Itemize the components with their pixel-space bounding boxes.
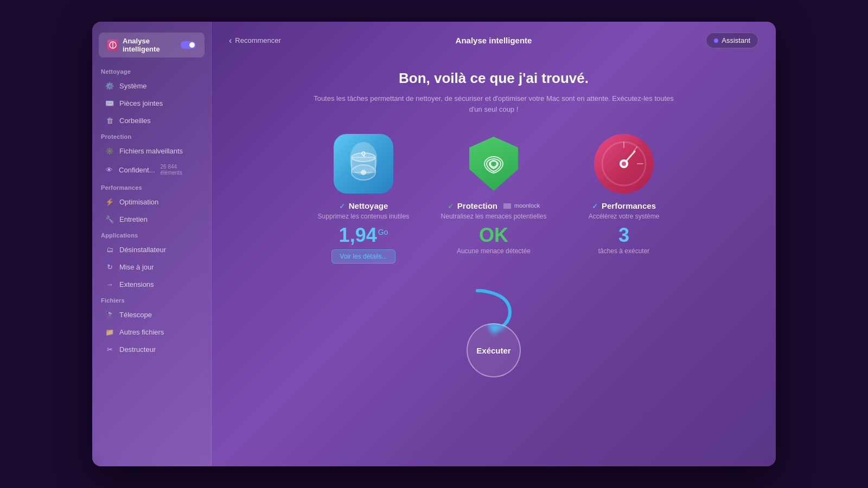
protection-card-title: Protection <box>457 201 497 210</box>
section-protection: Protection <box>92 129 211 142</box>
execute-button[interactable]: Exécuter <box>467 323 521 377</box>
sidebar-item-destructeur[interactable]: ✂ Destructeur <box>97 341 207 357</box>
confident-badge: 26 844 éléments <box>161 164 198 176</box>
protection-card-sub: Aucune menace détectée <box>457 247 531 255</box>
sidebar-item-entretien[interactable]: 🔧 Entretien <box>97 211 207 227</box>
protection-card-icon <box>464 134 524 194</box>
nettoyage-card-value: 1,94Go <box>339 226 388 245</box>
sidebar-item-confident-label: Confident... <box>119 166 155 174</box>
app-window: Analyse intelligente Nettoyage ⚙️ Systèm… <box>92 22 776 466</box>
moonlock-logo: moonlock <box>503 202 540 209</box>
mise-a-jour-icon: ↻ <box>105 262 114 271</box>
protection-card-desc: Neutralisez les menaces potentielles <box>441 213 547 220</box>
back-button[interactable]: ‹ Recommencer <box>229 36 281 46</box>
sidebar-item-entretien-label: Entretien <box>119 215 148 223</box>
performances-card-title: Performances <box>602 201 656 210</box>
sidebar-item-desinstallateur-label: Désinstallateur <box>119 246 166 254</box>
sidebar-item-optimisation-label: Optimisation <box>119 198 158 206</box>
main-title: Bon, voilà ce que j'ai trouvé. <box>399 70 589 87</box>
sidebar-toggle[interactable] <box>181 41 196 49</box>
performances-check-icon: ✓ <box>592 202 598 210</box>
entretien-icon: 🔧 <box>105 215 114 223</box>
svg-point-17 <box>622 162 626 166</box>
svg-text:Q: Q <box>361 151 366 157</box>
svg-point-2 <box>112 47 113 48</box>
svg-line-14 <box>634 147 637 151</box>
section-applications: Applications <box>92 228 211 241</box>
autres-fichiers-icon: 📁 <box>105 328 114 336</box>
sidebar-item-pieces-jointes-label: Pièces jointes <box>119 99 163 107</box>
sidebar-item-systeme[interactable]: ⚙️ Système <box>97 78 207 94</box>
section-nettoyage: Nettoyage <box>92 64 211 77</box>
main-subtitle: Toutes les tâches permettant de nettoyer… <box>309 93 678 114</box>
protection-check-icon: ✓ <box>448 202 454 210</box>
execute-area: Exécuter <box>461 285 526 377</box>
nettoyage-card-desc: Supprimez les contenus inutiles <box>318 213 410 220</box>
destructeur-icon: ✂ <box>105 345 114 354</box>
corbeilles-icon: 🗑 <box>105 116 114 125</box>
header: ‹ Recommencer Analyse intelligente Assis… <box>212 22 776 59</box>
performances-card-desc: Accélérez votre système <box>589 213 660 220</box>
sidebar-item-mise-a-jour-label: Mise à jour <box>119 263 154 271</box>
sidebar-item-optimisation[interactable]: ⚡ Optimisation <box>97 194 207 210</box>
nettoyage-card-header: ✓ Nettoyage <box>339 201 388 210</box>
main-content: ‹ Recommencer Analyse intelligente Assis… <box>212 22 776 466</box>
performances-card-value: 3 <box>618 226 629 245</box>
sidebar-item-extensions[interactable]: → Extensions <box>97 276 207 292</box>
sidebar-item-destructeur-label: Destructeur <box>119 345 156 354</box>
extensions-icon: → <box>105 280 114 288</box>
section-performances: Performances <box>92 180 211 193</box>
optimisation-icon: ⚡ <box>105 197 114 206</box>
nettoyage-unit: Go <box>378 228 388 236</box>
assistant-label: Assistant <box>722 36 750 44</box>
sidebar-item-fichiers-malveillants-label: Fichiers malveillants <box>119 147 183 155</box>
nettoyage-card-title: Nettoyage <box>349 201 388 210</box>
sidebar-active-item[interactable]: Analyse intelligente <box>99 33 205 57</box>
performances-card-sub: tâches à exécuter <box>598 247 650 255</box>
sidebar-active-label: Analyse intelligente <box>123 37 176 53</box>
content-area: Bon, voilà ce que j'ai trouvé. Toutes le… <box>212 59 776 466</box>
sidebar-item-confident[interactable]: 👁 Confident... 26 844 éléments <box>97 160 207 179</box>
back-arrow-icon: ‹ <box>229 36 232 46</box>
sidebar-item-desinstallateur[interactable]: 🗂 Désinstallateur <box>97 241 207 258</box>
cards-row: Q ✓ Nettoyage Supprimez les contenus inu… <box>304 134 684 264</box>
shield-shape <box>469 137 518 191</box>
analyse-icon <box>107 40 118 50</box>
sidebar-item-telescope-label: Télescope <box>119 311 152 319</box>
malveillants-icon: ✳️ <box>105 146 114 155</box>
header-title: Analyse intelligente <box>456 36 532 45</box>
performances-card-icon <box>594 134 654 194</box>
svg-point-7 <box>361 170 366 175</box>
protection-card-header: ✓ Protection moonlock <box>448 201 540 210</box>
sidebar-item-corbeilles-label: Corbeilles <box>119 117 151 125</box>
desinstallateur-icon: 🗂 <box>105 245 114 254</box>
confident-icon: 👁 <box>105 165 113 174</box>
systeme-icon: ⚙️ <box>105 81 114 90</box>
sidebar-item-fichiers-malveillants[interactable]: ✳️ Fichiers malveillants <box>97 143 207 159</box>
sidebar-item-autres-fichiers-label: Autres fichiers <box>119 328 164 336</box>
assistant-button[interactable]: Assistant <box>706 33 758 48</box>
nettoyage-card-icon: Q <box>334 134 393 194</box>
sidebar-item-pieces-jointes[interactable]: ✉️ Pièces jointes <box>97 95 207 111</box>
sidebar-item-extensions-label: Extensions <box>119 280 154 288</box>
back-label: Recommencer <box>235 36 281 44</box>
performances-card-header: ✓ Performances <box>592 201 656 210</box>
sidebar-item-telescope[interactable]: 🔭 Télescope <box>97 306 207 323</box>
svg-rect-10 <box>503 203 511 209</box>
sidebar: Analyse intelligente Nettoyage ⚙️ Systèm… <box>92 22 212 466</box>
sidebar-item-mise-a-jour[interactable]: ↻ Mise à jour <box>97 259 207 275</box>
protection-card-value: OK <box>479 226 508 245</box>
nettoyage-check-icon: ✓ <box>339 202 346 210</box>
card-performances: ✓ Performances Accélérez votre système 3… <box>564 134 684 255</box>
section-fichiers: Fichiers <box>92 293 211 306</box>
nettoyage-details-button[interactable]: Voir les détails... <box>331 249 395 264</box>
card-nettoyage: Q ✓ Nettoyage Supprimez les contenus inu… <box>304 134 423 264</box>
pieces-jointes-icon: ✉️ <box>105 99 114 107</box>
sidebar-item-systeme-label: Système <box>119 82 147 90</box>
card-protection: ✓ Protection moonlock Neutralisez les me… <box>434 134 553 255</box>
sidebar-item-corbeilles[interactable]: 🗑 Corbeilles <box>97 112 207 129</box>
assistant-dot-icon <box>714 38 718 43</box>
sidebar-item-autres-fichiers[interactable]: 📁 Autres fichiers <box>97 324 207 340</box>
telescope-icon: 🔭 <box>105 310 114 319</box>
